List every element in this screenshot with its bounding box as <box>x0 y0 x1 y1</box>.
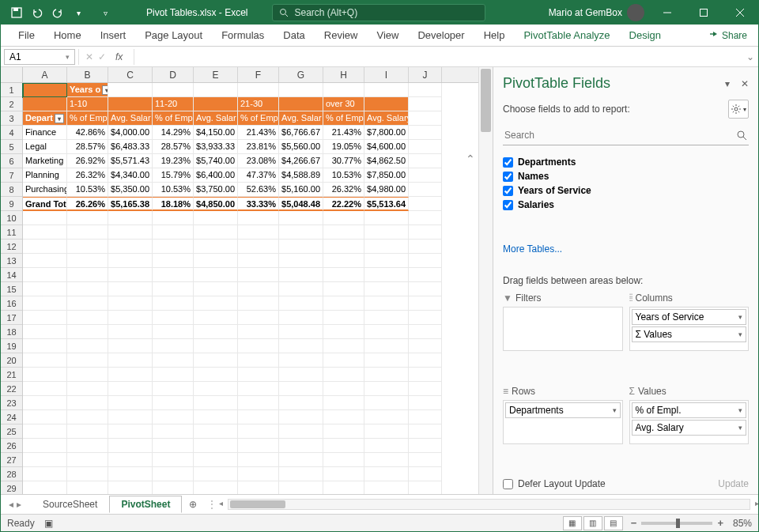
cell[interactable] <box>153 282 194 296</box>
cell[interactable] <box>323 396 364 410</box>
cell[interactable] <box>23 268 67 282</box>
area-item[interactable]: Departments▾ <box>505 402 621 418</box>
cell[interactable] <box>67 453 108 467</box>
zoom-slider[interactable] <box>641 522 712 525</box>
cell[interactable] <box>153 325 194 339</box>
cell[interactable] <box>409 325 442 339</box>
cell[interactable] <box>323 368 364 382</box>
row-header-20[interactable]: 20 <box>1 353 22 368</box>
cell[interactable] <box>364 225 409 240</box>
cell[interactable]: $4,266.67 <box>279 154 323 168</box>
cell[interactable] <box>108 225 153 240</box>
ribbon-tab-insert[interactable]: Insert <box>91 25 136 46</box>
cell[interactable]: 1-10 <box>67 97 108 111</box>
cell[interactable] <box>409 240 442 254</box>
cell[interactable] <box>153 339 194 353</box>
cell[interactable]: 23.08% <box>238 154 279 168</box>
cell[interactable] <box>67 282 108 296</box>
cell[interactable]: 19.05% <box>323 140 364 154</box>
cell[interactable] <box>108 439 153 453</box>
qat-overflow-icon[interactable]: ▿ <box>96 3 115 22</box>
cell[interactable]: $3,933.33 <box>194 140 238 154</box>
cell[interactable] <box>238 453 279 467</box>
filters-area[interactable]: ▼Filters <box>503 292 623 379</box>
row-header-11[interactable]: 11 <box>1 225 22 240</box>
cell[interactable] <box>409 154 442 168</box>
cell[interactable]: Avg. Salar <box>108 111 153 126</box>
cell[interactable]: $4,000.00 <box>108 126 153 140</box>
cell[interactable] <box>67 353 108 368</box>
cell[interactable] <box>238 268 279 282</box>
columns-area[interactable]: ⦙⦙Columns Years of Service▾Σ Values▾ <box>629 292 750 379</box>
cell[interactable] <box>67 268 108 282</box>
macro-record-icon[interactable]: ▣ <box>44 518 53 529</box>
cell[interactable]: Avg. Salary <box>364 111 409 126</box>
cell[interactable] <box>409 481 442 494</box>
cell[interactable] <box>409 254 442 268</box>
cell[interactable] <box>194 296 238 311</box>
cell[interactable] <box>67 396 108 410</box>
cell[interactable]: % of Empl <box>323 111 364 126</box>
cell[interactable] <box>279 439 323 453</box>
cell[interactable] <box>323 382 364 396</box>
cell[interactable]: $5,513.64 <box>364 197 409 211</box>
cell[interactable] <box>409 197 442 211</box>
cell[interactable] <box>153 368 194 382</box>
cell[interactable]: 26.26% <box>67 197 108 211</box>
col-header-B[interactable]: B <box>67 67 108 82</box>
cell[interactable] <box>364 296 409 311</box>
row-header-2[interactable]: 2 <box>1 97 22 111</box>
more-tables-link[interactable]: More Tables... <box>503 243 749 255</box>
cell[interactable]: Marketing <box>23 154 67 168</box>
sheet-nav-prev-icon[interactable]: ◂ <box>9 499 13 510</box>
cell[interactable] <box>23 382 67 396</box>
cell[interactable] <box>238 211 279 225</box>
filter-dropdown-icon[interactable]: ▾ <box>102 85 108 95</box>
field-salaries[interactable]: Salaries <box>503 198 749 212</box>
cell[interactable] <box>364 368 409 382</box>
cell[interactable] <box>323 211 364 225</box>
cell[interactable] <box>23 282 67 296</box>
cell[interactable] <box>67 481 108 494</box>
cell[interactable] <box>364 481 409 494</box>
cell[interactable] <box>238 481 279 494</box>
cell[interactable] <box>409 268 442 282</box>
cell[interactable] <box>238 339 279 353</box>
cell[interactable] <box>108 268 153 282</box>
cell[interactable]: Legal <box>23 140 67 154</box>
cell[interactable] <box>153 453 194 467</box>
ribbon-tab-data[interactable]: Data <box>274 25 314 46</box>
cell[interactable] <box>194 225 238 240</box>
cell[interactable] <box>279 225 323 240</box>
col-header-C[interactable]: C <box>108 67 153 82</box>
col-header-G[interactable]: G <box>279 67 323 82</box>
formula-input[interactable] <box>134 49 742 65</box>
cell[interactable] <box>23 311 67 325</box>
ribbon-tab-developer[interactable]: Developer <box>408 25 474 46</box>
cell[interactable] <box>364 268 409 282</box>
cell[interactable] <box>409 211 442 225</box>
cell[interactable] <box>23 410 67 424</box>
cell[interactable] <box>364 311 409 325</box>
cell[interactable] <box>23 325 67 339</box>
gear-icon[interactable]: ▾ <box>728 100 749 119</box>
ribbon-tab-formulas[interactable]: Formulas <box>212 25 274 46</box>
cell[interactable] <box>23 467 67 481</box>
cell[interactable]: 26.32% <box>323 183 364 197</box>
cell[interactable] <box>23 225 67 240</box>
cell[interactable] <box>238 424 279 439</box>
cell[interactable] <box>194 268 238 282</box>
cell[interactable]: 10.53% <box>153 183 194 197</box>
cell[interactable] <box>323 453 364 467</box>
cell[interactable] <box>108 382 153 396</box>
pane-dropdown-icon[interactable]: ▾ <box>725 78 730 89</box>
col-header-I[interactable]: I <box>364 67 409 82</box>
cell[interactable] <box>108 339 153 353</box>
cell[interactable] <box>23 368 67 382</box>
cell[interactable]: Avg. Salar <box>279 111 323 126</box>
cell[interactable] <box>364 424 409 439</box>
cell[interactable] <box>194 424 238 439</box>
cell[interactable] <box>409 97 442 111</box>
user-account[interactable]: Mario at GemBox <box>544 4 649 21</box>
row-header-16[interactable]: 16 <box>1 296 22 311</box>
